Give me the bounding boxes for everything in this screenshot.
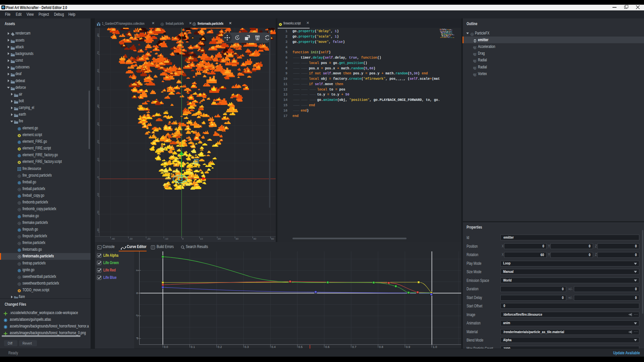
svg-text:0.8: 0.8	[379, 345, 383, 349]
svg-text:0.9: 0.9	[406, 345, 410, 349]
svg-text:0.4: 0.4	[271, 345, 276, 349]
svg-text:1.0: 1.0	[433, 345, 437, 349]
svg-text:0.6: 0.6	[325, 345, 330, 349]
svg-text:0.7: 0.7	[352, 345, 357, 349]
svg-text:0.0: 0.0	[164, 345, 168, 349]
svg-text:0.1: 0.1	[191, 345, 195, 349]
svg-text:0.2: 0.2	[218, 345, 222, 349]
svg-text:0.5: 0.5	[299, 345, 303, 349]
svg-text:0.3: 0.3	[245, 345, 249, 349]
